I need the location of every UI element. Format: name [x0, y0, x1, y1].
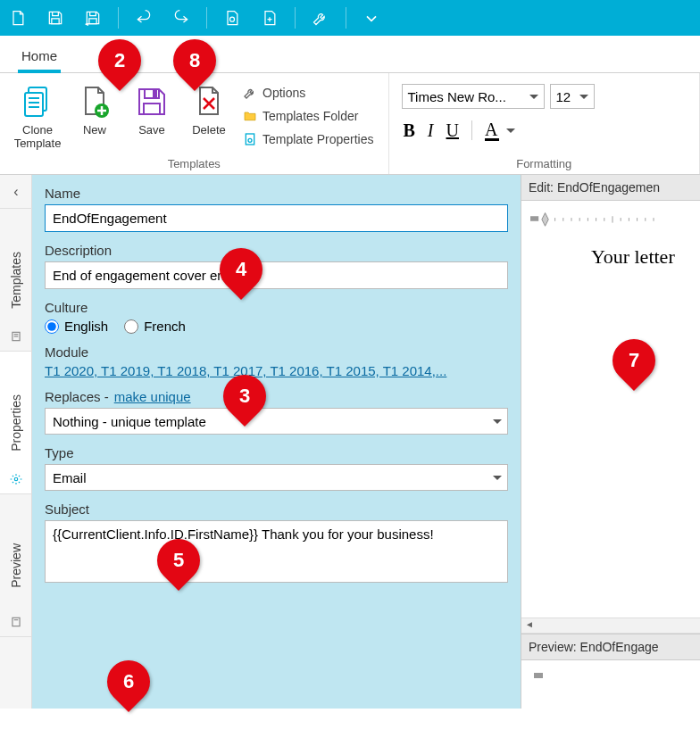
type-value: Email	[53, 470, 87, 485]
svg-rect-4	[25, 93, 43, 116]
clone-icon	[20, 84, 55, 120]
chevron-down-icon	[579, 95, 588, 99]
svg-rect-1	[89, 19, 96, 24]
delete-icon	[191, 84, 227, 120]
save-button[interactable]: Save	[123, 80, 180, 140]
font-color-button[interactable]: A	[485, 120, 515, 141]
subject-input[interactable]	[45, 520, 508, 583]
template-properties-button[interactable]: Template Properties	[241, 130, 376, 148]
delete-label: Delete	[192, 123, 226, 137]
side-tab-templates[interactable]: Templates	[0, 209, 31, 352]
culture-french-radio[interactable]: French	[124, 319, 186, 334]
svg-point-2	[230, 17, 235, 21]
english-label: English	[64, 319, 108, 334]
clone-template-button[interactable]: Clone Template	[9, 80, 66, 153]
templates-tab-icon	[10, 330, 22, 345]
options-label: Options	[262, 86, 305, 100]
replaces-value: Nothing - unique template	[53, 414, 206, 429]
group-templates-label: Templates	[9, 153, 379, 170]
new-label: New	[83, 123, 106, 137]
side-templates-label: Templates	[9, 252, 23, 309]
gear-icon	[10, 473, 22, 488]
preview-ruler-mark	[534, 669, 552, 682]
font-select[interactable]: Times New Ro...	[402, 84, 545, 109]
size-value: 12	[556, 89, 571, 104]
font-value: Times New Ro...	[408, 89, 506, 104]
edit-page-icon[interactable]	[220, 5, 245, 30]
svg-rect-9	[144, 104, 160, 114]
preview-body	[521, 660, 700, 709]
preview-tab-icon	[10, 616, 22, 631]
replaces-label: Replaces - make unique	[45, 389, 508, 404]
description-label: Description	[45, 243, 508, 258]
name-label: Name	[45, 186, 508, 201]
file-new-icon[interactable]	[5, 5, 30, 30]
type-label: Type	[45, 445, 508, 460]
culture-label: Culture	[45, 300, 508, 315]
svg-rect-10	[154, 91, 156, 96]
quick-access-toolbar	[0, 0, 700, 36]
ruler	[527, 210, 695, 228]
tab-home[interactable]: Home	[18, 45, 61, 72]
clone-label: Clone Template	[11, 123, 64, 150]
horizontal-scrollbar[interactable]	[521, 618, 700, 634]
save-icon[interactable]	[43, 5, 68, 30]
svg-rect-33	[534, 673, 543, 678]
save-big-icon	[134, 84, 170, 120]
side-preview-label: Preview	[9, 543, 23, 588]
module-link[interactable]: T1 2020, T1 2019, T1 2018, T1 2017, T1 2…	[45, 363, 508, 378]
ribbon-group-templates: Clone Template New Save Delete	[0, 73, 389, 174]
save-label: Save	[138, 123, 165, 137]
font-color-a-icon: A	[485, 120, 499, 140]
chevron-down-icon	[493, 476, 502, 480]
ribbon-group-formatting: Times New Ro... 12 B I U A	[389, 73, 700, 174]
templates-folder-label: Templates Folder	[262, 109, 358, 123]
replaces-text: Replaces -	[45, 389, 109, 404]
svg-rect-17	[12, 618, 19, 626]
side-tab-preview[interactable]: Preview	[0, 494, 31, 637]
svg-point-12	[248, 138, 252, 142]
new-icon	[77, 84, 112, 120]
wrench-small-icon	[243, 86, 257, 100]
ribbon-tab-row: Home	[0, 36, 700, 73]
side-properties-label: Properties	[9, 394, 23, 452]
chevron-down-icon	[506, 128, 515, 133]
redo-icon[interactable]	[169, 5, 194, 30]
description-input[interactable]	[45, 261, 508, 289]
editor-column: Edit: EndOfEngagemen Your letter Preview…	[521, 175, 700, 709]
undo-icon[interactable]	[131, 5, 156, 30]
dropdown-icon[interactable]	[359, 5, 384, 30]
bold-button[interactable]: B	[404, 120, 415, 141]
subject-label: Subject	[45, 501, 508, 517]
add-page-icon[interactable]	[257, 5, 282, 30]
name-input[interactable]	[45, 204, 508, 232]
module-label: Module	[45, 344, 508, 360]
culture-english-radio[interactable]: English	[45, 319, 108, 334]
radio-french[interactable]	[124, 319, 138, 334]
underline-button[interactable]: U	[446, 120, 459, 141]
templates-folder-button[interactable]: Templates Folder	[241, 107, 376, 125]
make-unique-link[interactable]: make unique	[114, 389, 191, 404]
properties-panel: Name Description Culture English French …	[32, 175, 521, 709]
svg-point-16	[14, 477, 18, 481]
options-button[interactable]: Options	[241, 84, 376, 102]
save-as-icon[interactable]	[80, 5, 105, 30]
delete-button[interactable]: Delete	[180, 80, 238, 140]
italic-button[interactable]: I	[428, 120, 434, 141]
wrench-icon[interactable]	[308, 5, 333, 30]
replaces-select[interactable]: Nothing - unique template	[45, 408, 508, 435]
ribbon: Clone Template New Save Delete	[0, 73, 700, 175]
collapse-chevron-icon[interactable]: ‹	[0, 175, 32, 209]
radio-english[interactable]	[45, 319, 59, 334]
folder-icon	[243, 109, 257, 123]
editor-text: Your letter	[527, 228, 695, 269]
edit-body[interactable]: Your letter	[521, 201, 700, 618]
new-button[interactable]: New	[66, 80, 123, 140]
group-formatting-label: Formatting	[398, 153, 690, 170]
chevron-down-icon	[529, 95, 538, 99]
side-tab-properties[interactable]: Properties	[0, 352, 31, 494]
props-icon	[243, 132, 257, 146]
type-select[interactable]: Email	[45, 464, 508, 491]
chevron-down-icon	[493, 419, 502, 424]
font-size-select[interactable]: 12	[550, 84, 595, 109]
